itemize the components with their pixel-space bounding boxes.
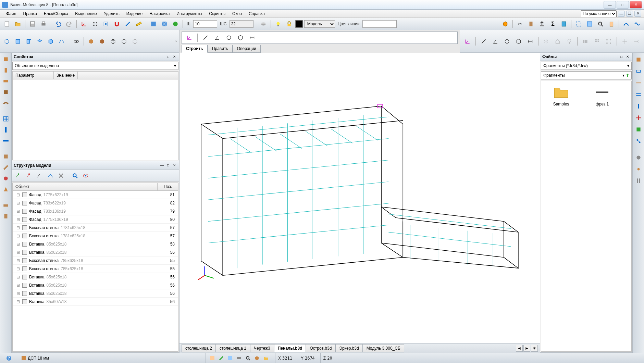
tools-icon[interactable] [56, 171, 66, 180]
cone-icon[interactable] [1, 185, 10, 194]
toolbar-overflow-icon[interactable]: » [175, 39, 177, 43]
door-icon[interactable] [526, 19, 536, 29]
r-rect-icon[interactable] [634, 66, 643, 76]
file-item[interactable]: Samples [544, 84, 578, 107]
hardware2-icon[interactable] [1, 163, 10, 172]
curve-icon[interactable] [621, 19, 631, 29]
doc-tab-3[interactable]: Пеналы.b3d [274, 344, 306, 352]
up-folder-icon[interactable]: ⬆ [626, 73, 629, 78]
render2-icon[interactable] [160, 19, 169, 29]
r-sphere-icon[interactable] [634, 153, 643, 162]
r-panel-icon[interactable] [634, 55, 643, 64]
array3-icon[interactable] [604, 37, 614, 46]
extend-icon[interactable] [632, 37, 641, 46]
viewport[interactable]: столешница 2столешница 1Чертеж3Пеналы.b3… [179, 53, 540, 353]
properties-selector[interactable]: Объектов не выделено ▾ [12, 62, 178, 70]
ortho-icon[interactable] [123, 19, 133, 29]
panel-close-button[interactable]: ✕ [172, 54, 177, 60]
build-tab-2[interactable]: Операции [233, 45, 261, 53]
branch-icon[interactable] [46, 171, 55, 180]
save-icon[interactable] [28, 19, 37, 29]
menu-7[interactable]: Инструменты [173, 10, 206, 17]
structure-row[interactable]: ⊟Вставка85x625x1856 [13, 248, 178, 256]
clipboard-icon[interactable] [607, 19, 616, 29]
add-node-icon[interactable] [14, 171, 23, 180]
view-front-icon[interactable] [13, 37, 23, 46]
angle-icon[interactable] [212, 33, 222, 42]
structure-row[interactable]: ⊟Вставка85x625x1856 [13, 289, 178, 298]
wire3-icon[interactable] [130, 37, 140, 46]
status-btn4-icon[interactable] [235, 354, 243, 362]
sketch-axis2-icon[interactable] [463, 37, 472, 46]
redo-icon[interactable] [64, 19, 74, 29]
structure-row[interactable]: ⊟Вставка85x607x1856 [13, 298, 178, 306]
new-icon[interactable] [2, 19, 12, 29]
menu-8[interactable]: Скрипты [206, 10, 229, 17]
status-btn1-icon[interactable] [209, 354, 216, 362]
doc-tab-6[interactable]: Модуль 3.000_СБ [363, 344, 404, 352]
tab-menu-button[interactable]: ✶ [531, 345, 538, 352]
panel-minimize-button[interactable]: — [612, 54, 618, 60]
layer-icon[interactable] [259, 19, 268, 29]
hexagon2-icon[interactable] [514, 37, 523, 46]
axis-icon[interactable] [79, 19, 89, 29]
edit-node-icon[interactable] [35, 171, 45, 180]
visibility-icon[interactable] [81, 171, 90, 180]
hardware1-icon[interactable] [1, 152, 10, 161]
trim-icon[interactable] [620, 37, 630, 46]
status-box-icon[interactable] [253, 354, 261, 362]
line2-icon[interactable] [479, 37, 488, 46]
status-zoom-icon[interactable] [244, 354, 252, 362]
box-tool-icon[interactable] [500, 19, 510, 29]
sigma-icon[interactable]: Σ [548, 19, 558, 29]
r-cross-icon[interactable] [634, 113, 643, 123]
panel1-icon[interactable] [1, 55, 10, 64]
shade1-icon[interactable] [86, 37, 96, 46]
structure-row[interactable]: ⊟Боковая стенка1781x625x1857 [13, 224, 178, 232]
structure-row[interactable]: ⊟Боковая стенка785x625x1855 [13, 256, 178, 265]
menu-5[interactable]: Изделие [123, 10, 146, 17]
r-hinge-icon[interactable] [634, 176, 643, 186]
select-all-icon[interactable] [585, 19, 594, 29]
bulb-icon[interactable] [273, 19, 283, 29]
build-tab-0[interactable]: Строить [182, 45, 208, 53]
view-iso2-icon[interactable] [46, 37, 55, 46]
undo-icon[interactable] [53, 19, 63, 29]
view-top-icon[interactable] [35, 37, 45, 46]
tab-prev-button[interactable]: ◄ [516, 345, 523, 352]
width-input[interactable] [193, 20, 217, 28]
drawer-icon[interactable] [1, 201, 10, 210]
calc-icon[interactable] [559, 19, 569, 29]
snap-icon[interactable] [101, 19, 111, 29]
panel-maximize-button[interactable]: □ [619, 54, 624, 60]
panel-close-button[interactable]: ✕ [172, 163, 177, 168]
panel2-icon[interactable] [1, 66, 10, 75]
structure-row[interactable]: ⊟Фасад783x136x1979 [13, 207, 178, 215]
minimize-button[interactable]: — [604, 1, 616, 9]
angle2-icon[interactable] [491, 37, 500, 46]
maximize-button[interactable]: □ [617, 1, 629, 9]
shade2-icon[interactable] [97, 37, 107, 46]
layout-preset-combo[interactable]: По умолчанию [581, 10, 617, 17]
structure-row[interactable]: ⊟Фасад1775x622x1981 [13, 191, 178, 199]
menu-2[interactable]: Блок/Сборка [40, 10, 72, 17]
status-btn2-icon[interactable] [218, 354, 225, 362]
mirror-h-icon[interactable] [542, 37, 551, 46]
wire2-icon[interactable] [119, 37, 129, 46]
mdi-close-button[interactable]: ✕ [634, 11, 641, 17]
menu-3[interactable]: Выделение [72, 10, 100, 17]
r-shelf-icon[interactable] [634, 78, 643, 88]
r-box-icon[interactable] [634, 125, 643, 134]
mdi-minimize-button[interactable]: — [618, 11, 625, 17]
panel-minimize-button[interactable]: — [159, 54, 165, 60]
file-list[interactable]: Samples фрез.1 [541, 81, 632, 352]
tab-next-button[interactable]: ► [523, 345, 530, 352]
panel-maximize-button[interactable]: □ [165, 54, 171, 60]
view-persp-icon[interactable] [57, 37, 66, 46]
measure-icon[interactable] [134, 19, 144, 29]
structure-row[interactable]: ⊟Вставка85x625x1856 [13, 281, 178, 289]
file-filter-combo[interactable]: Фрагменты (*.fr3d;*.frw) ▾ [541, 62, 632, 70]
line-icon[interactable] [201, 33, 210, 42]
close-button[interactable]: ✕ [630, 1, 642, 9]
hexagon-icon[interactable] [236, 33, 245, 42]
